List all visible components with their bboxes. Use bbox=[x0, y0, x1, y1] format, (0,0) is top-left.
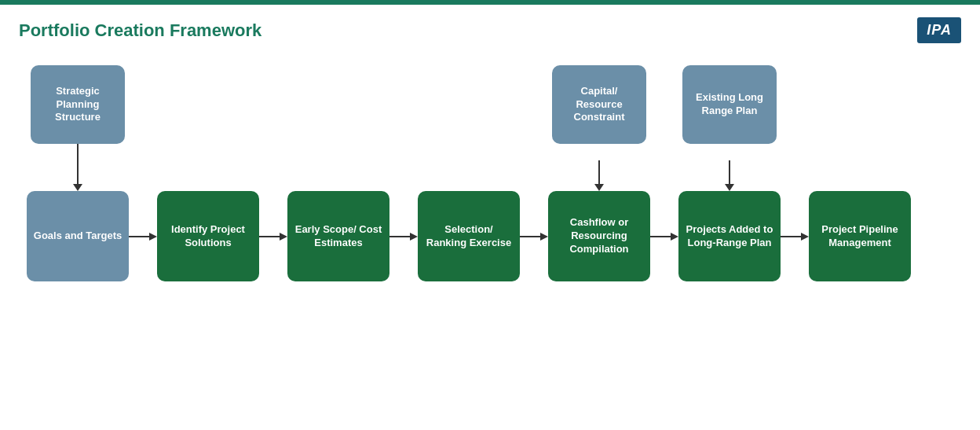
project-pipeline-box: Project Pipeline Management bbox=[809, 191, 911, 281]
capital-resource-box: Capital/ Resource Constraint bbox=[552, 65, 646, 144]
header: Portfolio Creation Framework IPA bbox=[0, 5, 980, 50]
svg-marker-1 bbox=[149, 233, 157, 241]
svg-marker-5 bbox=[410, 233, 418, 241]
selection-ranking-box: Selection/ Ranking Exercise bbox=[418, 191, 520, 281]
bottom-row: Goals and Targets Identify Project Solut… bbox=[27, 191, 961, 281]
cashflow-resourcing-box: Cashflow or Resourcing Compilation bbox=[548, 191, 650, 281]
goals-targets-box: Goals and Targets bbox=[27, 191, 129, 281]
arrow-5 bbox=[650, 229, 678, 244]
logo: IPA bbox=[917, 17, 961, 43]
page: Portfolio Creation Framework IPA Strateg… bbox=[0, 0, 980, 430]
arrow-3 bbox=[389, 229, 418, 244]
arrow-1 bbox=[129, 229, 157, 244]
arrow-2 bbox=[259, 229, 287, 244]
svg-marker-7 bbox=[540, 233, 548, 241]
strategic-planning-box: Strategic Planning Structure bbox=[31, 65, 125, 144]
diagram-area: Strategic Planning Structure bbox=[0, 50, 980, 297]
existing-long-range-box: Existing Long Range Plan bbox=[682, 65, 777, 144]
svg-marker-11 bbox=[801, 233, 809, 241]
projects-added-box: Projects Added to Long-Range Plan bbox=[678, 191, 781, 281]
identify-project-box: Identify Project Solutions bbox=[157, 191, 259, 281]
early-scope-box: Early Scope/ Cost Estimates bbox=[287, 191, 389, 281]
arrow-6 bbox=[781, 229, 809, 244]
arrow-4 bbox=[520, 229, 548, 244]
svg-marker-3 bbox=[280, 233, 287, 241]
svg-marker-9 bbox=[671, 233, 678, 241]
page-title: Portfolio Creation Framework bbox=[19, 20, 261, 41]
